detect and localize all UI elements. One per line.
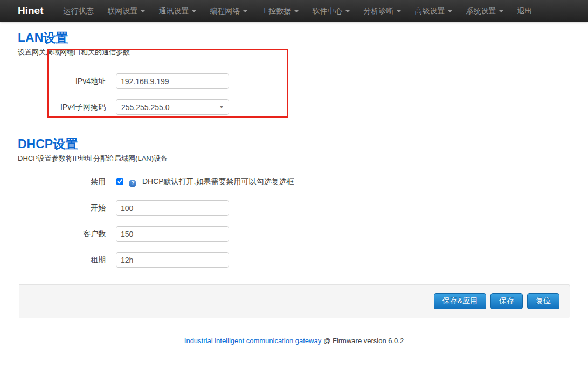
dhcp-leasetime-row: 租期 (18, 252, 570, 268)
dhcp-limit-row: 客户数 (18, 226, 570, 242)
nav-item-label: 运行状态 (64, 6, 94, 15)
dhcp-start-label: 开始 (18, 203, 116, 213)
footer-gateway-link[interactable]: Industrial intelligent communication gat… (184, 337, 321, 345)
chevron-down-icon (243, 10, 247, 12)
dhcp-disable-label: 禁用 (18, 177, 116, 187)
ipv4-netmask-label: IPv4子网掩码 (18, 103, 116, 112)
action-bar: 保存&应用 保存 复位 (19, 284, 570, 318)
nav-item-label: 编程网络 (210, 6, 240, 15)
dhcp-start-input[interactable] (116, 200, 229, 216)
dhcp-limit-label: 客户数 (18, 229, 116, 239)
ipv4-address-input[interactable] (116, 73, 229, 89)
chevron-down-icon (499, 10, 503, 12)
chevron-down-icon (192, 10, 196, 12)
chevron-down-icon: ▼ (219, 105, 224, 110)
dhcp-section-description: DHCP设置参数将IP地址分配给局域网(LAN)设备 (18, 154, 570, 163)
nav-item-network-settings[interactable]: 联网设置 (101, 0, 152, 22)
nav-item-label: 联网设置 (108, 6, 138, 15)
chevron-down-icon (345, 10, 350, 12)
nav-item-label: 工控数据 (261, 6, 292, 15)
page-content: LAN设置 设置网关局域网端口相关的通信参数 IPv4地址 IPv4子网掩码 2… (0, 30, 588, 268)
page-footer: Industrial intelligent communication gat… (0, 328, 588, 345)
dhcp-limit-input[interactable] (116, 226, 229, 242)
nav-item-industrial-data[interactable]: 工控数据 (254, 0, 306, 22)
nav-item-advanced-settings[interactable]: 高级设置 (408, 0, 459, 22)
ipv4-address-label: IPv4地址 (18, 77, 116, 86)
chevron-down-icon (397, 10, 401, 12)
nav-item-logout[interactable]: 退出 (510, 0, 539, 22)
nav-item-communication-settings[interactable]: 通讯设置 (152, 0, 203, 22)
nav-item-software-center[interactable]: 软件中心 (306, 0, 357, 22)
save-button[interactable]: 保存 (490, 293, 523, 309)
save-apply-button[interactable]: 保存&应用 (434, 293, 486, 309)
nav-item-label: 分析诊断 (364, 6, 394, 15)
dhcp-leasetime-label: 租期 (18, 255, 116, 265)
nav-item-label: 通讯设置 (159, 6, 189, 15)
dhcp-section-title: DHCP设置 (18, 137, 570, 152)
footer-firmware-text: @ Firmware version 6.0.2 (323, 337, 404, 345)
nav-item-label: 高级设置 (415, 6, 445, 15)
nav-item-label: 退出 (517, 6, 532, 15)
chevron-down-icon (141, 10, 145, 12)
dhcp-disable-checkbox[interactable] (116, 178, 123, 185)
chevron-down-icon (448, 10, 452, 12)
nav-item-running-status[interactable]: 运行状态 (57, 0, 101, 22)
nav-item-label: 软件中心 (313, 6, 343, 15)
dhcp-disable-hint: DHCP默认打开,如果需要禁用可以勾选复选框 (142, 177, 294, 186)
dhcp-leasetime-input[interactable] (116, 252, 229, 268)
reset-button[interactable]: 复位 (527, 293, 559, 309)
subnet-mask-select[interactable]: 255.255.255.0 ▼ (116, 99, 229, 115)
nav-item-analysis-diagnosis[interactable]: 分析诊断 (357, 0, 408, 22)
nav-item-system-settings[interactable]: 系统设置 (459, 0, 510, 22)
dhcp-disable-row: 禁用 ? DHCP默认打开,如果需要禁用可以勾选复选框 (18, 176, 570, 187)
chevron-down-icon (294, 10, 299, 12)
nav-item-programming-network[interactable]: 编程网络 (203, 0, 254, 22)
ipv4-address-row: IPv4地址 (18, 73, 570, 89)
lan-section-description: 设置网关局域网端口相关的通信参数 (18, 47, 570, 57)
ipv4-netmask-row: IPv4子网掩码 255.255.255.0 ▼ (18, 99, 570, 115)
nav-item-label: 系统设置 (466, 6, 496, 15)
lan-section-title: LAN设置 (18, 30, 570, 45)
brand-logo[interactable]: Hinet (18, 5, 44, 17)
dhcp-start-row: 开始 (18, 200, 570, 216)
subnet-mask-selected-value: 255.255.255.0 (121, 103, 170, 112)
top-navbar: Hinet 运行状态 联网设置 通讯设置 编程网络 工控数据 软件中心 分析诊断… (0, 0, 588, 22)
help-icon: ? (129, 180, 136, 187)
